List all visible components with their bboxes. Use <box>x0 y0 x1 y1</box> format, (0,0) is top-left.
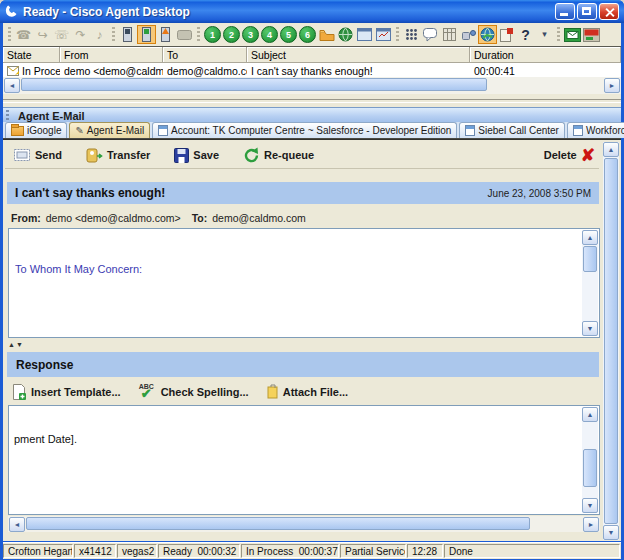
task1-button[interactable]: 1 <box>204 26 221 43</box>
insert-template-button[interactable]: Insert Template... <box>13 384 121 400</box>
help-button[interactable]: ? <box>516 25 535 44</box>
toolbar-grip[interactable] <box>197 27 200 43</box>
panel-title: Agent E-Mail <box>18 110 85 122</box>
agent-email-panel: Send Transfer Save Re-queue Delete ✘ I c… <box>3 139 621 541</box>
status-extension: x41412 <box>74 544 116 558</box>
email-body-scrollbar[interactable]: ▲ ▼ <box>582 230 598 336</box>
touch-tones-button[interactable]: ♪ <box>90 25 109 44</box>
chat-button[interactable] <box>421 25 440 44</box>
close-button[interactable] <box>599 3 619 20</box>
scroll-left-button[interactable]: ◄ <box>9 517 25 532</box>
report1-button[interactable] <box>355 25 374 44</box>
toolbar-overflow-button[interactable]: ▾ <box>535 25 554 44</box>
scroll-down-button[interactable]: ▼ <box>582 321 598 336</box>
scroll-left-button[interactable]: ◄ <box>4 78 20 93</box>
task5-button[interactable]: 5 <box>280 26 297 43</box>
attach-file-label: Attach File... <box>283 386 348 398</box>
task4-button[interactable]: 4 <box>261 26 278 43</box>
scroll-right-button[interactable]: ► <box>583 517 599 532</box>
preferences-button[interactable] <box>497 25 516 44</box>
send-button[interactable]: Send <box>13 148 62 162</box>
response-horizontal-scrollbar[interactable]: ◄ ► <box>8 516 600 532</box>
panel-grip[interactable] <box>6 110 9 121</box>
task5-number: 5 <box>286 30 291 40</box>
work-state-button[interactable] <box>156 25 175 44</box>
response-scrollbar[interactable]: ▲ ▼ <box>582 407 598 513</box>
minimize-button[interactable] <box>555 3 575 20</box>
conference-button[interactable]: ☏ <box>52 25 71 44</box>
attach-file-icon <box>267 384 279 399</box>
title-bar[interactable]: Ready - Cisco Agent Desktop <box>0 0 624 23</box>
tab-workforce-management[interactable]: Workforce Management <box>567 122 624 138</box>
response-textarea[interactable]: pment Date]. We thank you for your conti… <box>8 405 600 515</box>
task2-button[interactable]: 2 <box>223 26 240 43</box>
maximize-button[interactable] <box>577 3 597 20</box>
task3-button[interactable]: 3 <box>242 26 259 43</box>
column-header-state[interactable]: State <box>3 47 60 62</box>
contact-table-header: State From To Subject Duration <box>3 47 621 63</box>
column-header-subject[interactable]: Subject <box>247 47 470 62</box>
response-text: pment Date]. We thank you for your conti… <box>14 405 577 515</box>
pane-splitter[interactable]: ▲▼ <box>8 340 24 350</box>
transfer-button[interactable]: Transfer <box>86 147 150 163</box>
delete-label: Delete <box>544 149 577 161</box>
phone-link-icon <box>462 29 476 41</box>
cisco-browser-button[interactable] <box>478 25 497 44</box>
scroll-up-button[interactable]: ▲ <box>603 142 619 157</box>
delete-x-icon: ✘ <box>581 147 595 164</box>
scrollbar-thumb[interactable] <box>604 158 618 524</box>
scroll-right-button[interactable]: ► <box>604 78 620 93</box>
tab-siebel-call-center[interactable]: Siebel Call Center <box>459 122 565 138</box>
table-row[interactable]: In Process demo <demo@caldmo.com> demo@c… <box>3 63 621 78</box>
scroll-down-button[interactable]: ▼ <box>582 498 598 513</box>
browser-button[interactable] <box>336 25 355 44</box>
green-check-icon: ✔ <box>141 386 152 401</box>
phone-device-icon <box>122 27 133 42</box>
attach-file-button[interactable]: Attach File... <box>267 384 348 399</box>
phone-icon <box>5 5 18 18</box>
scrollbar-thumb[interactable] <box>26 517 530 530</box>
status-server: vegas2 <box>117 544 157 558</box>
panel-scrollbar[interactable]: ▲ ▼ <box>603 142 619 540</box>
email-not-ready-button[interactable] <box>582 25 601 44</box>
status-clock: 12:28 <box>407 544 443 558</box>
scrollbar-thumb[interactable] <box>583 449 597 487</box>
toolbar-grip[interactable] <box>8 27 11 43</box>
requeue-icon <box>243 147 260 164</box>
answer-call-button[interactable]: ☎ <box>14 25 33 44</box>
check-spelling-button[interactable]: ABC ✔ Check Spelling... <box>139 384 249 400</box>
scroll-down-button[interactable]: ▼ <box>603 525 619 540</box>
table-horizontal-scrollbar[interactable]: ◄ ► <box>3 77 621 94</box>
tab-igoogle[interactable]: iGoogle <box>5 122 67 138</box>
delete-button[interactable]: Delete ✘ <box>544 147 595 164</box>
recording-button[interactable] <box>175 25 194 44</box>
scrollbar-thumb[interactable] <box>21 78 487 91</box>
cti-status-button[interactable] <box>459 25 478 44</box>
not-ready-state-button[interactable] <box>137 25 156 44</box>
contact-management-button[interactable] <box>317 25 336 44</box>
section-separator <box>3 94 621 107</box>
tab-agent-email[interactable]: ✎ Agent E-Mail <box>69 122 150 138</box>
scrollbar-thumb[interactable] <box>583 246 597 272</box>
row-to: demo@caldmo.com <box>163 65 247 77</box>
report2-button[interactable] <box>374 25 393 44</box>
drop-call-button[interactable]: ↪ <box>33 25 52 44</box>
agent-reports-button[interactable] <box>440 25 459 44</box>
toolbar-grip[interactable] <box>112 27 115 43</box>
window-title: Ready - Cisco Agent Desktop <box>23 5 555 19</box>
toolbar-grip[interactable] <box>396 27 399 43</box>
transfer-call-button[interactable]: ↷ <box>71 25 90 44</box>
requeue-button[interactable]: Re-queue <box>243 147 314 164</box>
tab-salesforce[interactable]: Account: TK Computer Centre ~ Salesforce… <box>152 122 457 138</box>
dial-pad-button[interactable] <box>402 25 421 44</box>
task6-button[interactable]: 6 <box>299 26 316 43</box>
toolbar-grip[interactable] <box>557 27 560 43</box>
column-header-from[interactable]: From <box>60 47 163 62</box>
scroll-up-button[interactable]: ▲ <box>582 230 598 245</box>
scroll-up-button[interactable]: ▲ <box>582 407 598 422</box>
ready-state-button[interactable] <box>118 25 137 44</box>
column-header-duration[interactable]: Duration <box>470 47 621 62</box>
save-button[interactable]: Save <box>174 148 219 163</box>
column-header-to[interactable]: To <box>163 47 247 62</box>
email-ready-button[interactable] <box>563 25 582 44</box>
